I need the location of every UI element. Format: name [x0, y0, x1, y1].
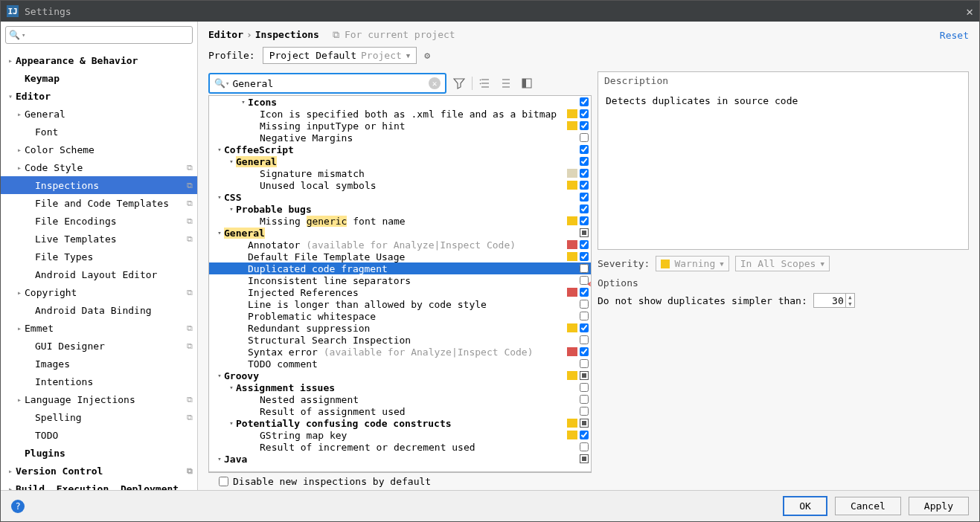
options-spinner[interactable]: 30 ▲▼ [813, 293, 855, 308]
inspection-checkbox[interactable] [579, 312, 589, 320]
inspection-row[interactable]: ▾Probable bugs [209, 203, 591, 215]
inspection-checkbox[interactable] [579, 169, 589, 178]
sidebar-item[interactable]: Live Templates⧉ [1, 230, 197, 248]
sidebar-item[interactable]: Spelling⧉ [1, 408, 197, 426]
inspection-row[interactable]: Negative Margins [209, 132, 591, 144]
inspection-checkbox[interactable] [579, 442, 589, 451]
inspection-checkbox[interactable] [579, 407, 589, 416]
severity-select[interactable]: Warning▼ [656, 256, 728, 271]
inspection-checkbox[interactable] [579, 145, 589, 154]
inspection-row[interactable]: ▾Icons [209, 96, 591, 108]
inspection-checkbox[interactable] [579, 252, 589, 261]
inspection-row[interactable]: ▾General [209, 155, 591, 167]
sidebar-item[interactable]: Intentions [1, 373, 197, 390]
inspection-row[interactable]: ▾Assignment issues [209, 381, 591, 393]
inspection-checkbox[interactable] [579, 300, 589, 309]
expand-all-icon[interactable] [477, 75, 493, 91]
collapse-all-icon[interactable] [498, 75, 514, 91]
inspection-checkbox[interactable] [579, 431, 589, 439]
inspection-row[interactable]: Icon is specified both as .xml file and … [209, 108, 591, 120]
sidebar-item[interactable]: Android Data Binding [1, 301, 197, 319]
inspection-row[interactable]: ▾Groovy [209, 370, 591, 381]
inspection-search[interactable]: 🔍▾ ✕ [208, 73, 446, 94]
scope-select[interactable]: In All Scopes▼ [735, 256, 830, 271]
sidebar-item[interactable]: File Types [1, 248, 197, 265]
sidebar-search[interactable]: 🔍 ▾ [5, 26, 193, 44]
inspection-checkbox[interactable] [579, 347, 589, 356]
inspection-row[interactable]: Result of increment or decrement used [209, 441, 591, 453]
inspection-checkbox[interactable] [579, 157, 589, 166]
inspection-checkbox[interactable] [579, 204, 589, 213]
inspection-row[interactable]: Signature mismatch [209, 167, 591, 179]
ok-button[interactable]: OK [783, 496, 827, 516]
inspection-checkbox[interactable] [579, 109, 589, 118]
inspection-row[interactable]: Syntax error (available for Analyze|Insp… [209, 346, 591, 358]
inspection-list[interactable]: 去掉勾 ▾IconsIcon is specified both as .xml… [208, 95, 592, 472]
sidebar-item[interactable]: ▸Build, Execution, Deployment [1, 480, 197, 490]
sidebar-item[interactable]: ▸Appearance & Behavior [1, 51, 197, 69]
inspection-row[interactable]: Annotator (available for Analyze|Inspect… [209, 239, 591, 251]
sidebar-item[interactable]: ▾Editor [1, 87, 197, 105]
inspection-row[interactable]: Missing generic font name [209, 215, 591, 227]
sidebar-item[interactable]: GUI Designer⧉ [1, 337, 197, 355]
inspection-checkbox[interactable] [579, 181, 589, 190]
inspection-row[interactable]: Injected References [209, 286, 591, 298]
sidebar-item[interactable]: Images [1, 355, 197, 373]
inspection-row[interactable]: ▾General [209, 227, 591, 239]
inspection-row[interactable]: TODO comment [209, 358, 591, 370]
sidebar-item[interactable]: File Encodings⧉ [1, 212, 197, 230]
inspection-checkbox[interactable] [579, 276, 589, 285]
filter-icon[interactable] [451, 75, 467, 91]
sidebar-item[interactable]: ▸Copyright⧉ [1, 283, 197, 301]
inspection-checkbox[interactable] [579, 240, 589, 249]
sidebar-item[interactable]: ▸Emmet⧉ [1, 319, 197, 337]
inspection-row[interactable]: Line is longer than allowed by code styl… [209, 298, 591, 310]
inspection-row[interactable]: Redundant suppression [209, 322, 591, 334]
inspection-row[interactable]: ▾Java [209, 453, 591, 465]
sidebar-item[interactable]: Keymap [1, 69, 197, 87]
reset-link[interactable]: Reset [940, 30, 969, 41]
sidebar-item[interactable]: ▸General [1, 105, 197, 123]
profile-select[interactable]: Project Default Project ▼ [263, 47, 417, 64]
inspection-checkbox[interactable] [579, 193, 589, 202]
inspection-checkbox[interactable] [579, 133, 589, 142]
sidebar-item[interactable]: File and Code Templates⧉ [1, 194, 197, 212]
sidebar-item[interactable]: Android Layout Editor [1, 265, 197, 283]
apply-button[interactable]: Apply [909, 497, 969, 515]
inspection-checkbox[interactable] [579, 323, 589, 332]
inspection-row[interactable]: ▾CoffeeScript [209, 144, 591, 155]
inspection-row[interactable]: ▾Potentially confusing code constructs [209, 417, 591, 429]
inspection-checkbox[interactable] [579, 371, 589, 380]
view-toggle-icon[interactable] [519, 75, 535, 91]
inspection-row[interactable]: GString map key [209, 429, 591, 441]
sidebar-item[interactable]: ▸Color Scheme [1, 141, 197, 158]
inspection-row[interactable]: ▾CSS [209, 191, 591, 203]
inspection-row[interactable]: Problematic whitespace [209, 310, 591, 322]
sidebar-item[interactable]: Inspections⧉ [1, 176, 197, 194]
gear-icon[interactable]: ⚙ [424, 50, 430, 61]
clear-icon[interactable]: ✕ [429, 77, 441, 89]
inspection-checkbox[interactable] [579, 395, 589, 404]
inspection-row[interactable]: Default File Template Usage [209, 251, 591, 262]
settings-tree[interactable]: ▸Appearance & BehaviorKeymap▾Editor▸Gene… [1, 48, 197, 490]
close-icon[interactable]: ✕ [966, 4, 973, 19]
disable-new-checkbox[interactable] [219, 477, 228, 486]
inspection-checkbox[interactable] [579, 335, 589, 344]
inspection-row[interactable]: Result of assignment used [209, 405, 591, 417]
inspection-checkbox[interactable] [579, 288, 589, 297]
sidebar-item[interactable]: TODO [1, 426, 197, 444]
inspection-checkbox[interactable] [579, 264, 589, 273]
inspection-checkbox[interactable] [579, 359, 589, 368]
sidebar-item[interactable]: ▸Code Style⧉ [1, 158, 197, 176]
inspection-checkbox[interactable] [579, 216, 589, 225]
sidebar-item[interactable]: Font [1, 123, 197, 141]
inspection-checkbox[interactable] [579, 121, 589, 130]
inspection-checkbox[interactable] [579, 454, 589, 463]
sidebar-item[interactable]: ▸Language Injections⧉ [1, 390, 197, 408]
inspection-checkbox[interactable] [579, 383, 589, 392]
help-icon[interactable]: ? [11, 500, 25, 513]
inspection-row[interactable]: Nested assignment [209, 393, 591, 405]
inspection-checkbox[interactable] [579, 228, 589, 237]
sidebar-item[interactable]: ▸Version Control⧉ [1, 462, 197, 480]
sidebar-item[interactable]: Plugins [1, 444, 197, 462]
